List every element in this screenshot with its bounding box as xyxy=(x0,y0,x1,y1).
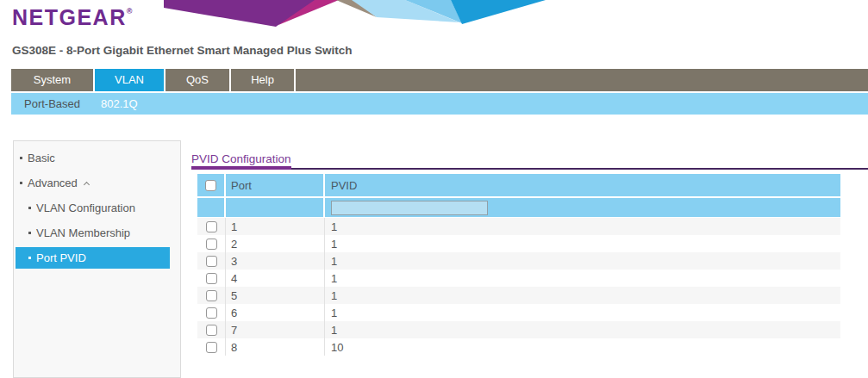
pvid-cell: 10 xyxy=(325,338,840,356)
port-cell: 3 xyxy=(226,252,325,270)
bullet-icon xyxy=(20,182,22,184)
table-row: 4 1 xyxy=(197,270,840,287)
nav-tab-help[interactable]: Help xyxy=(231,69,296,91)
column-header-pvid: PVID xyxy=(325,174,840,196)
bullet-icon xyxy=(28,257,31,259)
sidebar-item-vlan-configuration[interactable]: VLAN Configuration xyxy=(14,197,180,219)
row-checkbox[interactable] xyxy=(206,290,217,301)
page-title: PVID Configuration xyxy=(191,152,868,166)
row-checkbox[interactable] xyxy=(206,307,217,319)
table-row: 7 1 xyxy=(197,321,840,338)
edit-checkbox-cell xyxy=(197,198,226,217)
nav-tab-vlan[interactable]: VLAN xyxy=(95,69,165,91)
bullet-icon xyxy=(28,232,31,234)
row-checkbox[interactable] xyxy=(206,325,217,336)
device-title: GS308E - 8-Port Gigabit Ethernet Smart M… xyxy=(12,44,353,57)
column-header-port: Port xyxy=(226,174,325,196)
registered-mark: ® xyxy=(127,7,133,15)
select-all-checkbox[interactable] xyxy=(205,180,216,191)
port-cell: 8 xyxy=(226,338,325,356)
top-nav: System VLAN QoS Help xyxy=(11,69,868,91)
pvid-cell: 1 xyxy=(325,235,840,252)
port-cell: 1 xyxy=(226,218,325,235)
heading-rule xyxy=(191,166,868,170)
pvid-cell: 1 xyxy=(325,252,840,270)
pvid-cell: 1 xyxy=(325,321,840,338)
sidebar-item-basic[interactable]: Basic xyxy=(14,147,180,169)
table-edit-row xyxy=(197,198,840,218)
heading-rule-thin xyxy=(191,168,868,170)
nav-tab-qos[interactable]: QoS xyxy=(165,69,231,91)
pvid-cell: 1 xyxy=(325,270,840,287)
pvid-cell: 1 xyxy=(325,287,840,304)
pvid-cell: 1 xyxy=(325,218,840,235)
chevron-up-icon xyxy=(84,181,90,187)
port-cell: 4 xyxy=(226,270,325,287)
row-checkbox[interactable] xyxy=(206,239,217,250)
sidebar-item-vlan-membership[interactable]: VLAN Membership xyxy=(14,222,180,244)
sidebar-item-label: Basic xyxy=(28,152,55,164)
row-checkbox[interactable] xyxy=(206,256,217,267)
table-row: 8 10 xyxy=(197,338,840,356)
banner-shape-purple xyxy=(164,0,315,27)
port-cell: 2 xyxy=(226,235,325,252)
table-header-row: Port PVID xyxy=(197,174,840,198)
port-cell: 6 xyxy=(226,304,325,321)
pvid-cell: 1 xyxy=(325,304,840,321)
bullet-icon xyxy=(20,157,22,159)
table-row: 2 1 xyxy=(197,235,840,252)
netgear-logo: NETGEAR® xyxy=(12,5,132,30)
sidebar: Basic Advanced VLAN Configuration VLAN M… xyxy=(13,140,181,378)
row-checkbox[interactable] xyxy=(206,273,217,284)
heading-rule-thick xyxy=(191,166,291,170)
subnav-item-port-based[interactable]: Port-Based xyxy=(14,97,91,110)
bullet-icon xyxy=(28,207,31,209)
port-cell: 7 xyxy=(226,321,325,338)
table-row: 3 1 xyxy=(197,252,840,270)
table-row: 1 1 xyxy=(197,218,840,235)
subnav-item-8021q[interactable]: 802.1Q xyxy=(91,97,148,110)
table-row: 5 1 xyxy=(197,287,840,304)
nav-tab-system[interactable]: System xyxy=(11,69,95,91)
edit-port-cell xyxy=(226,198,325,217)
sidebar-item-label: Advanced xyxy=(28,177,78,189)
sidebar-item-label: VLAN Membership xyxy=(36,226,130,239)
table-row: 6 1 xyxy=(197,304,840,321)
pvid-table: Port PVID 1 1 2 1 3 1 4 1 xyxy=(197,174,840,356)
edit-pvid-cell xyxy=(325,198,840,217)
port-cell: 5 xyxy=(226,287,325,304)
vlan-subnav: Port-Based 802.1Q xyxy=(11,93,868,115)
header-checkbox-cell xyxy=(197,174,226,196)
sidebar-item-label: VLAN Configuration xyxy=(36,201,135,214)
sidebar-item-port-pvid[interactable]: Port PVID xyxy=(16,247,170,269)
row-checkbox[interactable] xyxy=(206,221,217,232)
pvid-input[interactable] xyxy=(331,201,488,215)
sidebar-item-label: Port PVID xyxy=(36,251,86,264)
netgear-logo-text: NETGEAR xyxy=(12,5,127,29)
sidebar-item-advanced[interactable]: Advanced xyxy=(14,172,180,194)
banner-shape-bright-blue xyxy=(451,0,546,24)
main-content: PVID Configuration Port PVID 1 1 2 xyxy=(191,152,868,356)
row-checkbox[interactable] xyxy=(206,342,217,353)
